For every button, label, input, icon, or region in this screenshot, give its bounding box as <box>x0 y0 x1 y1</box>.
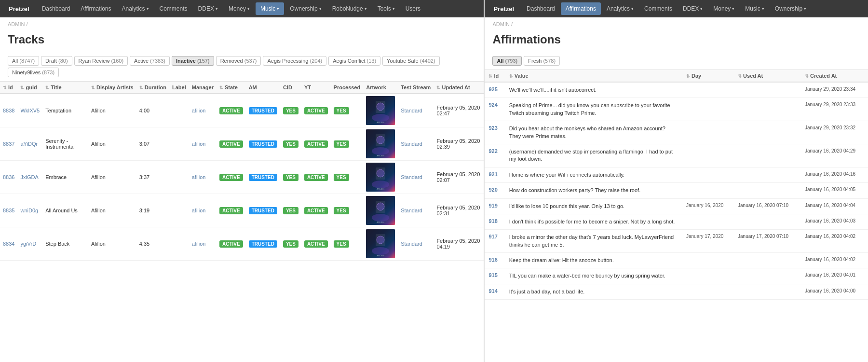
nav-affirmations[interactable]: Affirmations <box>76 2 116 15</box>
filter-ninety9lives[interactable]: Ninety9lives (873) <box>8 68 59 77</box>
list-item: 917 I broke a mirror the other day that'… <box>485 230 868 253</box>
aff-id-link[interactable]: 920 <box>488 187 497 193</box>
aff-id-link[interactable]: 923 <box>488 125 497 131</box>
aff-col-day[interactable]: ⇅ Day <box>682 70 734 83</box>
test-stream-link[interactable]: Standard <box>401 174 422 180</box>
test-stream-link[interactable]: Standard <box>401 241 422 247</box>
test-stream-link[interactable]: Standard <box>401 141 422 147</box>
aff-used-at <box>734 144 801 167</box>
track-manager-link[interactable]: afilion <box>192 108 206 113</box>
col-label[interactable]: Label <box>169 82 189 94</box>
track-manager-link[interactable]: afilion <box>192 208 206 213</box>
track-am: TRUSTED <box>246 161 280 194</box>
col-title[interactable]: ⇅ Title <box>42 82 88 94</box>
right-breadcrumb: ADMIN / <box>485 17 868 31</box>
col-cid[interactable]: CID <box>280 82 301 94</box>
track-guid-link[interactable]: WkIXV5 <box>20 108 40 113</box>
track-processed: YES <box>331 161 364 194</box>
col-test-stream[interactable]: Test Stream <box>398 82 434 94</box>
nav-tools[interactable]: Tools ▾ <box>373 2 400 15</box>
aff-id-link[interactable]: 921 <box>488 171 497 177</box>
filter-aegis-processing[interactable]: Aegis Processing (204) <box>263 56 326 66</box>
col-am[interactable]: AM <box>246 82 280 94</box>
right-nav-analytics[interactable]: Analytics ▾ <box>602 2 638 15</box>
filter-ryan-review[interactable]: Ryan Review (160) <box>74 56 128 66</box>
track-cid: YES <box>280 161 301 194</box>
aff-id-link[interactable]: 919 <box>488 203 497 209</box>
aff-id-link[interactable]: 917 <box>488 234 497 239</box>
artwork-image: AFILION <box>366 96 395 125</box>
track-manager-link[interactable]: afilion <box>192 174 206 180</box>
aff-id-link[interactable]: 918 <box>488 218 497 224</box>
right-nav-ddex[interactable]: DDEX ▾ <box>678 2 707 15</box>
aff-id-link[interactable]: 916 <box>488 257 497 263</box>
filter-aegis-conflict[interactable]: Aegis Conflict (13) <box>328 56 380 66</box>
col-processed[interactable]: Processed <box>331 82 364 94</box>
test-stream-link[interactable]: Standard <box>401 108 422 113</box>
nav-dashboard[interactable]: Dashboard <box>37 2 75 15</box>
filter-all[interactable]: All (8747) <box>8 56 39 66</box>
aff-id-link[interactable]: 925 <box>488 86 497 92</box>
filter-youtube-safe[interactable]: Youtube Safe (4402) <box>382 56 440 66</box>
aff-col-id[interactable]: ⇅ Id <box>485 70 505 83</box>
test-stream-link[interactable]: Standard <box>401 208 422 213</box>
right-nav-music[interactable]: Music ▾ <box>740 2 769 15</box>
aff-day: January 16, 2020 <box>682 198 734 214</box>
nav-users[interactable]: Users <box>401 2 425 15</box>
col-artwork[interactable]: Artwork <box>363 82 398 94</box>
track-id-link[interactable]: 8838 <box>3 108 14 113</box>
nav-money[interactable]: Money ▾ <box>224 2 255 15</box>
track-manager-link[interactable]: afilion <box>192 141 206 147</box>
table-row: 8834 ygiVrD Step Back Afilion 4:35 afili… <box>0 227 484 261</box>
col-duration[interactable]: ⇅ Duration <box>136 82 169 94</box>
track-id: 8838 <box>0 94 17 127</box>
aff-id-link[interactable]: 914 <box>488 288 497 294</box>
col-guid[interactable]: ⇅ guid <box>17 82 42 94</box>
filter-draft[interactable]: Draft (80) <box>41 56 72 66</box>
nav-ownership[interactable]: Ownership ▾ <box>285 2 326 15</box>
track-guid-link[interactable]: JxiGDA <box>20 174 38 180</box>
track-manager-link[interactable]: afilion <box>192 241 206 247</box>
col-display-artists[interactable]: ⇅ Display Artists <box>88 82 136 94</box>
col-manager[interactable]: Manager <box>189 82 217 94</box>
track-id-link[interactable]: 8836 <box>3 174 14 180</box>
filter-inactive[interactable]: Inactive (157) <box>172 56 214 66</box>
aff-col-used-at[interactable]: ⇅ Used At <box>734 70 801 83</box>
right-breadcrumb-text: ADMIN / <box>492 21 513 27</box>
aff-col-created-at[interactable]: ⇅ Created At <box>801 70 868 83</box>
nav-robonudge[interactable]: RoboNudge ▾ <box>327 2 372 15</box>
nav-analytics[interactable]: Analytics ▾ <box>117 2 154 15</box>
col-id[interactable]: ⇅ Id <box>0 82 17 94</box>
tracks-table: ⇅ Id ⇅ guid ⇅ Title ⇅ Display Artists ⇅ … <box>0 81 484 261</box>
track-guid-link[interactable]: ygiVrD <box>20 241 36 247</box>
aff-filter-tabs: All (793) Fresh (578) <box>485 52 868 70</box>
right-nav-affirmations[interactable]: Affirmations <box>561 2 601 15</box>
aff-col-value[interactable]: ⇅ Value <box>505 70 682 83</box>
aff-filter-fresh[interactable]: Fresh (578) <box>524 56 560 66</box>
aff-id-link[interactable]: 922 <box>488 148 497 154</box>
aff-filter-all[interactable]: All (793) <box>492 56 522 66</box>
track-updated-at: February 05, 2020 02:07 <box>434 161 484 194</box>
nav-music[interactable]: Music ▾ <box>256 2 284 15</box>
cid-badge: YES <box>283 240 298 248</box>
track-guid-link[interactable]: aYiDQr <box>20 141 38 147</box>
track-id-link[interactable]: 8837 <box>3 141 14 147</box>
aff-used-at <box>734 98 801 121</box>
col-yt[interactable]: YT <box>301 82 331 94</box>
filter-removed[interactable]: Removed (537) <box>216 56 261 66</box>
aff-id-link[interactable]: 915 <box>488 272 497 278</box>
right-nav-comments[interactable]: Comments <box>639 2 677 15</box>
col-updated-at[interactable]: ⇅ Updated At <box>434 82 484 94</box>
nav-comments[interactable]: Comments <box>155 2 192 15</box>
track-id-link[interactable]: 8835 <box>3 208 14 213</box>
right-nav-ownership[interactable]: Ownership ▾ <box>770 2 811 15</box>
aff-id-link[interactable]: 924 <box>488 102 497 108</box>
filter-active[interactable]: Active (7383) <box>130 56 170 66</box>
track-guid-link[interactable]: wniD0g <box>20 208 38 213</box>
nav-ddex[interactable]: DDEX ▾ <box>193 2 223 15</box>
track-id-link[interactable]: 8834 <box>3 241 14 247</box>
right-nav-money[interactable]: Money ▾ <box>708 2 739 15</box>
col-state[interactable]: ⇅ State <box>217 82 246 94</box>
right-nav-dashboard[interactable]: Dashboard <box>522 2 560 15</box>
r-ownership-arrow: ▾ <box>804 6 806 11</box>
